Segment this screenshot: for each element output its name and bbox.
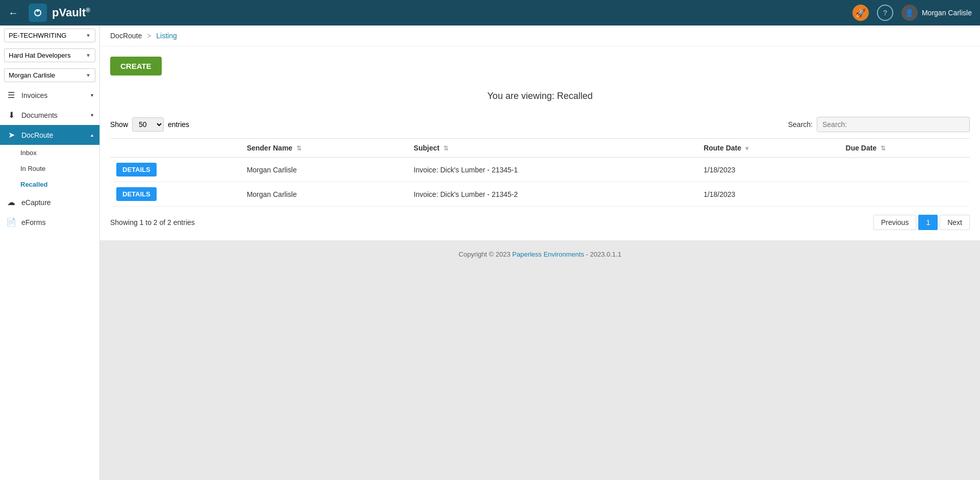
sidebar-item-docroute[interactable]: ➤ DocRoute ▴ xyxy=(0,125,99,145)
column-header-route-date[interactable]: Route Date ▾ xyxy=(697,139,839,158)
footer: Copyright © 2023 Paperless Environments … xyxy=(100,240,980,268)
sort-icon: ⇅ xyxy=(881,145,886,152)
main-layout: PE-TECHWRITING ▼ Hard Hat Developers ▼ M… xyxy=(0,26,980,480)
sidebar-item-ecapture[interactable]: ☁ eCapture xyxy=(0,192,99,212)
search-area: Search: xyxy=(788,117,970,132)
list-icon: ☰ xyxy=(6,90,16,100)
breadcrumb-separator: > xyxy=(147,32,151,40)
sort-icon-active: ▾ xyxy=(745,145,748,152)
chevron-right-icon: ▾ xyxy=(91,92,93,98)
row-action-cell: DETAILS xyxy=(110,158,241,182)
sort-icon: ⇅ xyxy=(296,145,301,152)
next-button[interactable]: Next xyxy=(940,215,970,230)
sidebar-item-label: Invoices xyxy=(21,91,86,99)
search-input[interactable] xyxy=(817,117,970,132)
breadcrumb-current[interactable]: Listing xyxy=(156,32,177,40)
show-entries-control: Show 50 10 25 100 entries xyxy=(110,117,189,132)
entries-per-page-select[interactable]: 50 10 25 100 xyxy=(132,117,164,132)
row-subject: Invoice: Dick's Lumber - 21345-1 xyxy=(408,158,697,182)
svg-rect-2 xyxy=(37,10,39,12)
footer-version: - 2023.0.1.1 xyxy=(584,250,621,258)
chevron-down-icon: ▼ xyxy=(86,72,91,78)
show-label: Show xyxy=(110,120,128,129)
chevron-down-icon: ▼ xyxy=(86,53,91,58)
create-button[interactable]: CREATE xyxy=(110,57,162,75)
sidebar-item-documents[interactable]: ⬇ Documents ▾ xyxy=(0,105,99,125)
search-label: Search: xyxy=(788,120,813,129)
back-button[interactable]: ← xyxy=(8,7,18,19)
breadcrumb-root[interactable]: DocRoute xyxy=(110,32,142,40)
sidebar-item-label: eCapture xyxy=(21,198,93,207)
footer-link[interactable]: Paperless Environments xyxy=(512,250,584,258)
sidebar-item-invoices[interactable]: ☰ Invoices ▾ xyxy=(0,85,99,105)
org-selector[interactable]: PE-TECHWRITING ▼ xyxy=(4,29,95,42)
forms-icon: 📄 xyxy=(6,217,16,227)
help-icon[interactable]: ? xyxy=(877,5,893,21)
logo-icon xyxy=(29,4,47,22)
row-route-date: 1/18/2023 xyxy=(697,182,839,207)
row-due-date xyxy=(840,182,970,207)
data-table: Sender Name ⇅ Subject ⇅ Route Date ▾ Due… xyxy=(110,138,970,207)
content-inner: DocRoute > Listing CREATE You are viewin… xyxy=(100,26,980,240)
sidebar-item-inroute[interactable]: In Route xyxy=(0,161,99,176)
team-selector[interactable]: Hard Hat Developers ▼ xyxy=(4,48,95,62)
user-avatar: 👤 xyxy=(901,5,918,21)
footer-copyright: Copyright © 2023 xyxy=(459,250,512,258)
nav-right: 🚀 ? 👤 Morgan Carlisle xyxy=(852,5,972,21)
row-sender: Morgan Carlisle xyxy=(241,182,408,207)
column-header-due-date[interactable]: Due Date ⇅ xyxy=(840,139,970,158)
app-name: pVault® xyxy=(52,6,90,19)
chevron-right-icon: ▾ xyxy=(91,112,93,118)
page-1-button[interactable]: 1 xyxy=(918,215,938,230)
table-header-row: Sender Name ⇅ Subject ⇅ Route Date ▾ Due… xyxy=(110,139,970,158)
column-header-sender[interactable]: Sender Name ⇅ xyxy=(241,139,408,158)
details-button[interactable]: DETAILS xyxy=(116,163,157,176)
sidebar-item-label: DocRoute xyxy=(21,131,86,139)
route-icon: ➤ xyxy=(6,130,16,140)
table-controls: Show 50 10 25 100 entries Search: xyxy=(110,117,970,132)
sidebar-item-recalled[interactable]: Recalled xyxy=(0,176,99,192)
sidebar-item-inbox[interactable]: Inbox xyxy=(0,145,99,161)
row-sender: Morgan Carlisle xyxy=(241,158,408,182)
user-name-label: Morgan Carlisle xyxy=(922,9,972,17)
sidebar-item-eforms[interactable]: 📄 eForms xyxy=(0,212,99,232)
row-due-date xyxy=(840,158,970,182)
table-row: DETAILS Morgan Carlisle Invoice: Dick's … xyxy=(110,158,970,182)
table-row: DETAILS Morgan Carlisle Invoice: Dick's … xyxy=(110,182,970,207)
pagination-controls: Previous 1 Next xyxy=(873,215,970,230)
rocket-icon[interactable]: 🚀 xyxy=(852,5,869,21)
column-header-subject[interactable]: Subject ⇅ xyxy=(408,139,697,158)
nav-left: ← pVault® xyxy=(8,4,90,22)
viewing-title: You are viewing: Recalled xyxy=(110,86,970,107)
pagination-area: Showing 1 to 2 of 2 entries Previous 1 N… xyxy=(110,215,970,230)
user-selector[interactable]: Morgan Carlisle ▼ xyxy=(4,68,95,82)
details-button[interactable]: DETAILS xyxy=(116,187,157,201)
download-icon: ⬇ xyxy=(6,110,16,120)
sidebar: PE-TECHWRITING ▼ Hard Hat Developers ▼ M… xyxy=(0,26,100,480)
breadcrumb: DocRoute > Listing xyxy=(100,26,980,46)
showing-info: Showing 1 to 2 of 2 entries xyxy=(110,218,195,226)
row-action-cell: DETAILS xyxy=(110,182,241,207)
previous-button[interactable]: Previous xyxy=(873,215,916,230)
cloud-icon: ☁ xyxy=(6,197,16,207)
sidebar-item-label: eForms xyxy=(21,218,93,226)
sidebar-item-label: Documents xyxy=(21,111,86,119)
sort-icon: ⇅ xyxy=(443,145,448,152)
top-navigation: ← pVault® 🚀 ? 👤 Morgan Carlisle xyxy=(0,0,980,26)
user-menu[interactable]: 👤 Morgan Carlisle xyxy=(901,5,972,21)
content-area: DocRoute > Listing CREATE You are viewin… xyxy=(100,26,980,480)
column-header-actions xyxy=(110,139,241,158)
content-panel: CREATE You are viewing: Recalled Show 50… xyxy=(100,46,980,240)
row-subject: Invoice: Dick's Lumber - 21345-2 xyxy=(408,182,697,207)
entries-label: entries xyxy=(168,120,189,129)
chevron-up-icon: ▴ xyxy=(91,132,93,138)
row-route-date: 1/18/2023 xyxy=(697,158,839,182)
chevron-down-icon: ▼ xyxy=(86,33,91,38)
